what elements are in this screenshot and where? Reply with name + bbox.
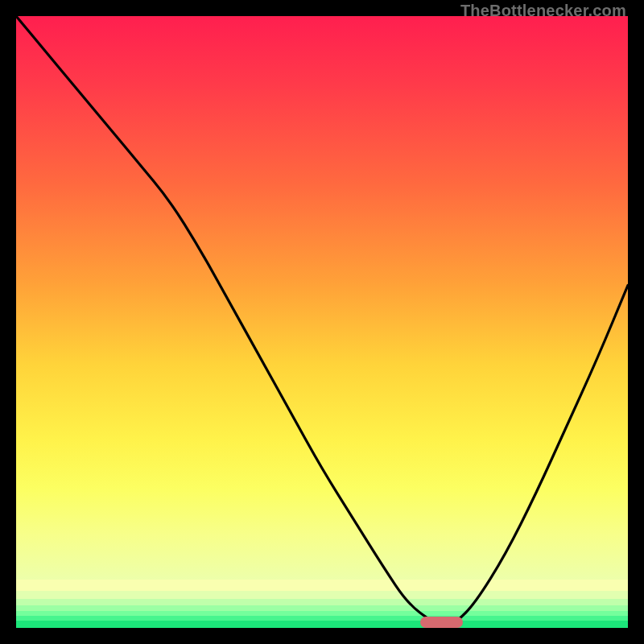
chart-frame: TheBottlenecker.com [0, 0, 644, 644]
plot-area [16, 16, 628, 628]
optimum-marker [420, 617, 463, 628]
bottleneck-curve [16, 16, 628, 628]
